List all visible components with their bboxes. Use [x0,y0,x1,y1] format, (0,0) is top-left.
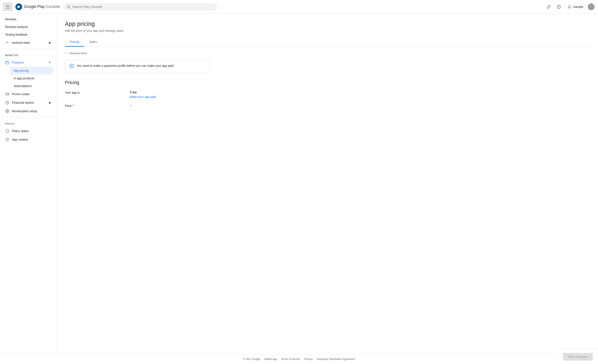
policy-status-icon [5,129,9,133]
your-app-is-label: Your app is [65,91,125,94]
sidebar-item-app-content[interactable]: App content [0,135,56,144]
android-vitals-expand-icon: ▶ [49,41,51,44]
your-app-is-row: Your app is Free Make your app paid [65,91,590,99]
info-message: You need to make a payments profile befo… [77,64,174,68]
info-icon [69,64,74,69]
monetization-setup-icon [5,109,9,113]
financial-expand-icon: ▶ [49,101,51,104]
page-title: App pricing [65,20,590,27]
svg-rect-7 [6,62,9,64]
tabs: Pricing Sales [65,38,590,47]
nav-right: Sample [544,3,595,11]
link-icon-btn[interactable] [544,3,553,11]
products-icon [5,60,9,65]
sidebar-item-label: In-app products [14,77,34,80]
sidebar-item-policy-status[interactable]: Policy status [0,127,56,135]
sidebar-item-testing-feedback[interactable]: Testing feedback [0,31,56,38]
sidebar-item-products[interactable]: Products ▼ [0,58,56,67]
price-value: – [130,104,132,107]
footer-mobile-app[interactable]: Mobile app [265,358,277,361]
policy-section-label: Policy [0,119,56,127]
sidebar-item-financial-reports[interactable]: Financial reports ▶ [0,98,56,107]
app-status-value: Free [130,91,156,94]
sidebar-divider [0,49,56,49]
required-note: * — Required fields [65,52,590,55]
sidebar-item-subscriptions[interactable]: Subscriptions [10,82,56,90]
help-icon-btn[interactable] [555,3,563,11]
sidebar-item-label: Products [12,61,24,64]
sidebar-item-in-app-products[interactable]: In-app products [10,74,56,82]
sidebar-item-label: Android vitals [12,41,30,44]
save-bar: Save changes [558,349,598,364]
sample-button[interactable]: Sample [565,3,586,10]
sidebar-item-label: App content [12,138,28,141]
sample-label: Sample [573,5,583,8]
sidebar-item-label: Reviews [5,17,17,21]
logo-text: Google Play Console [24,4,60,9]
tab-sales[interactable]: Sales [84,38,102,47]
svg-point-6 [559,8,559,8]
footer-copyright: © 2021 Google [243,358,260,361]
app-content-icon [5,137,9,142]
sidebar: Reviews Reviews analysis Testing feedbac… [0,14,56,354]
logo-area: Google Play Console [15,3,60,10]
financial-reports-icon [5,100,9,105]
sidebar-item-reviews-analysis[interactable]: Reviews analysis [0,23,56,31]
save-changes-button[interactable]: Save changes [563,353,593,361]
tab-pricing[interactable]: Pricing [65,38,84,47]
main-layout: Reviews Reviews analysis Testing feedbac… [0,14,598,354]
svg-point-12 [7,111,8,112]
notifications-icon [568,5,572,9]
sidebar-item-label: Subscriptions [14,84,32,88]
info-box: You need to make a payments profile befo… [65,60,210,73]
sidebar-item-reviews[interactable]: Reviews [0,15,56,23]
sidebar-item-label: Testing feedback [5,33,27,36]
make-paid-link[interactable]: Make your app paid [130,95,156,99]
sidebar-item-label: Promo codes [12,92,29,96]
sidebar-item-label: Financial reports [12,101,34,104]
your-app-is-value-area: Free Make your app paid [130,91,156,99]
search-icon [67,5,71,9]
page-subtitle: Edit the price of your app and manage sa… [65,29,590,33]
sidebar-item-label: App pricing [14,69,29,72]
footer-privacy[interactable]: Privacy [304,358,312,361]
footer-terms[interactable]: Terms of Service [281,358,300,361]
main-content: App pricing Edit the price of your app a… [56,14,598,354]
sidebar-item-android-vitals[interactable]: Android vitals ▶ [0,38,56,47]
sidebar-item-label: Policy status [12,129,29,133]
hamburger-menu[interactable] [3,3,12,11]
sidebar-divider-2 [0,117,56,117]
avatar[interactable] [588,3,595,10]
svg-line-4 [69,8,70,8]
svg-rect-8 [6,93,9,95]
top-nav: Google Play Console [0,0,598,14]
products-expand-icon: ▼ [49,61,51,64]
search-bar[interactable] [63,3,217,10]
products-sub: App pricing In-app products Subscription… [0,67,56,90]
sidebar-item-promo-codes[interactable]: Promo codes [0,90,56,98]
price-row: Price * – [65,104,590,108]
promo-codes-icon [5,92,9,96]
sidebar-item-app-pricing[interactable]: App pricing [10,67,54,74]
monetize-section-label: Monetize [0,50,56,58]
sidebar-item-monetization-setup[interactable]: Monetization setup [0,107,56,116]
android-vitals-icon [5,41,9,45]
sidebar-item-label: Monetization setup [12,109,37,113]
help-icon [557,5,561,9]
pricing-section-title: Pricing [65,80,590,85]
price-label: Price * [65,104,125,108]
footer: © 2021 Google · Mobile app · Terms of Se… [0,354,598,364]
link-icon [547,5,551,9]
search-input[interactable] [72,5,214,8]
sidebar-item-label: Reviews analysis [5,25,28,29]
footer-dda[interactable]: Developer Distribution Agreement [317,358,355,361]
logo-icon [15,3,22,10]
